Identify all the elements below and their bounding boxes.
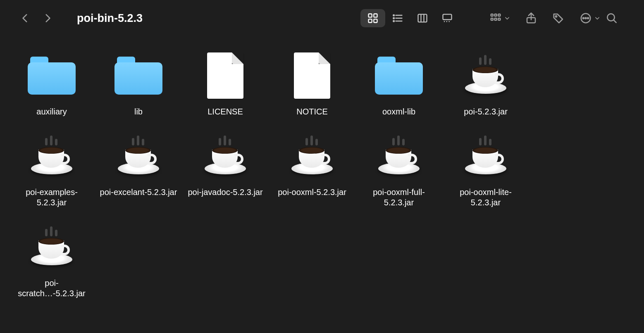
file-label: NOTICE	[296, 107, 328, 117]
view-gallery-button[interactable]	[435, 9, 460, 27]
file-label: poi-ooxml-5.2.3.jar	[278, 187, 346, 197]
jar-icon	[114, 136, 163, 177]
file-item[interactable]: poi-ooxml-5.2.3.jar	[269, 129, 355, 208]
back-button[interactable]	[20, 13, 31, 24]
file-area: auxiliarylibLICENSENOTICEooxml-libpoi-5.…	[0, 36, 644, 307]
file-item[interactable]: poi-5.2.3.jar	[442, 49, 529, 117]
folder-icon	[114, 57, 162, 95]
folder-icon	[375, 57, 423, 95]
file-label: auxiliary	[36, 107, 67, 117]
chevron-down-icon	[594, 15, 600, 21]
file-item[interactable]: poi-ooxml-full-5.2.3.jar	[355, 129, 442, 208]
svg-point-26	[583, 18, 584, 19]
svg-rect-21	[495, 18, 497, 20]
group-by-button[interactable]	[489, 12, 510, 24]
svg-point-6	[393, 18, 394, 19]
svg-rect-17	[491, 14, 493, 16]
file-label: ooxml-lib	[382, 107, 415, 117]
file-label: poi-examples-5.2.3.jar	[12, 187, 91, 208]
svg-rect-10	[418, 14, 427, 22]
document-icon	[294, 52, 330, 99]
file-label: poi-5.2.3.jar	[464, 107, 508, 117]
document-icon	[207, 52, 243, 99]
view-columns-button[interactable]	[410, 9, 435, 27]
nav-group	[20, 13, 53, 24]
file-item[interactable]: auxiliary	[8, 49, 95, 117]
jar-icon	[27, 136, 76, 177]
share-button[interactable]	[525, 12, 537, 24]
jar-icon	[374, 136, 424, 177]
toolbar: poi-bin-5.2.3	[0, 0, 644, 36]
search-button[interactable]	[605, 12, 618, 25]
view-switcher	[360, 9, 460, 27]
chevron-down-icon	[504, 15, 510, 21]
file-label: poi-ooxml-lite-5.2.3.jar	[446, 187, 525, 208]
window-title: poi-bin-5.2.3	[77, 12, 143, 25]
tags-button[interactable]	[552, 12, 565, 24]
view-icons-button[interactable]	[360, 9, 385, 27]
forward-button[interactable]	[42, 13, 53, 24]
svg-rect-1	[374, 14, 377, 17]
jar-icon	[287, 136, 337, 177]
svg-point-8	[393, 21, 394, 22]
file-label: lib	[134, 107, 143, 117]
file-item[interactable]: poi-examples-5.2.3.jar	[8, 129, 95, 208]
svg-rect-18	[495, 14, 497, 16]
svg-rect-20	[491, 18, 493, 20]
svg-rect-13	[443, 14, 452, 20]
toolbar-right	[489, 12, 600, 24]
svg-rect-22	[498, 18, 500, 20]
file-item[interactable]: poi-excelant-5.2.3.jar	[95, 129, 182, 208]
jar-icon	[461, 136, 510, 177]
svg-rect-2	[369, 19, 372, 22]
jar-icon	[461, 55, 510, 96]
file-label: poi-excelant-5.2.3.jar	[100, 187, 177, 197]
file-label: poi-javadoc-5.2.3.jar	[188, 187, 262, 197]
file-item[interactable]: poi-scratch…-5.2.3.jar	[8, 220, 95, 299]
svg-line-30	[613, 20, 616, 22]
svg-point-24	[556, 16, 557, 17]
file-label: LICENSE	[208, 107, 243, 117]
file-item[interactable]: LICENSE	[182, 49, 269, 117]
svg-rect-19	[498, 14, 500, 16]
svg-point-4	[393, 15, 394, 16]
file-item[interactable]: NOTICE	[269, 49, 355, 117]
file-item[interactable]: poi-javadoc-5.2.3.jar	[182, 129, 269, 208]
file-label: poi-scratch…-5.2.3.jar	[12, 278, 91, 299]
view-list-button[interactable]	[385, 9, 410, 27]
file-item[interactable]: ooxml-lib	[355, 49, 442, 117]
svg-rect-3	[374, 19, 377, 22]
svg-point-27	[585, 18, 587, 19]
svg-point-28	[587, 18, 589, 19]
file-item[interactable]: lib	[95, 49, 182, 117]
actions-button[interactable]	[580, 12, 600, 24]
file-grid: auxiliarylibLICENSENOTICEooxml-libpoi-5.…	[8, 49, 636, 299]
jar-icon	[27, 226, 76, 268]
file-label: poi-ooxml-full-5.2.3.jar	[360, 187, 438, 208]
jar-icon	[200, 136, 250, 177]
svg-rect-0	[369, 14, 372, 17]
folder-icon	[28, 57, 76, 95]
file-item[interactable]: poi-ooxml-lite-5.2.3.jar	[442, 129, 529, 208]
